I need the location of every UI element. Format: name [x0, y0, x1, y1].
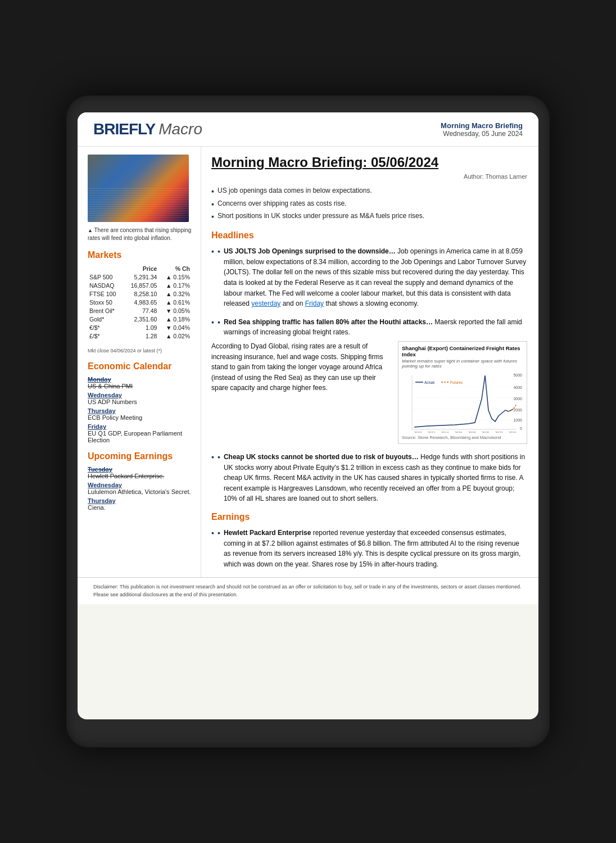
uk-bold: Cheap UK stocks cannot be shorted due to… — [224, 453, 419, 461]
market-row-name: Stoxx 50 — [88, 298, 124, 306]
market-table-row: FTSE 1008,258.10▲ 0.32% — [88, 289, 192, 298]
market-table-row: Gold*2,351.60▲ 0.18% — [88, 315, 192, 323]
freight-chart: Shanghai (Export) Containerized Freight … — [398, 341, 527, 444]
bullet-uk: ▪ — [218, 452, 220, 504]
calendar-event: EU Q1 GDP, European Parliament Election — [88, 430, 192, 443]
headline-redsea: ▪ Red Sea shipping traffic has fallen 80… — [211, 317, 527, 444]
markets-title: Markets — [88, 250, 192, 260]
market-row-price: 1.09 — [124, 323, 159, 332]
jolts-content: US JOLTS Job Openings surprised to the d… — [224, 246, 527, 309]
headline-jolts-text: ▪ US JOLTS Job Openings surprised to the… — [211, 246, 527, 309]
hpe-content: Hewlett Packard Enterprise reported reve… — [224, 528, 527, 569]
link-friday[interactable]: Friday — [305, 300, 324, 307]
market-row-name: NASDAQ — [88, 281, 124, 289]
upcoming-earnings: TuesdayHewlett Packard Enterprise.Wednes… — [88, 466, 192, 511]
market-table-row: Brent Oil*77.48▼ 0.05% — [88, 306, 192, 315]
calendar-event: ECB Policy Meeting — [88, 414, 192, 421]
col-name — [88, 265, 124, 273]
col-change: % Ch — [158, 265, 192, 273]
market-row-name: Brent Oil* — [88, 306, 124, 315]
redsea-bold: Red Sea shipping traffic has fallen 80% … — [224, 318, 433, 326]
hero-caption: There are concerns that rising shipping … — [88, 226, 192, 242]
market-row-price: 2,351.60 — [124, 315, 159, 323]
link-yesterday[interactable]: yesterday — [251, 300, 280, 307]
tablet-frame: BRIEFLYMacro Morning Macro Briefing Wedn… — [66, 96, 550, 747]
market-row-change: ▲ 0.18% — [158, 315, 192, 323]
article-title: Morning Macro Briefing: 05/06/2024 — [211, 155, 527, 171]
svg-text:2022: 2022 — [495, 431, 503, 433]
calendar-event: US ADP Numbers — [88, 398, 192, 405]
market-row-change: ▼ 0.05% — [158, 306, 192, 315]
calendar-day: Wednesday — [88, 392, 192, 398]
market-row-price: 16,857.05 — [124, 281, 159, 289]
header-right: Morning Macro Briefing Wednesday, 05 Jun… — [441, 121, 523, 138]
hero-image — [88, 155, 189, 222]
headline-jolts: ▪ US JOLTS Job Openings surprised to the… — [211, 246, 527, 309]
market-table-row: £/$*1.28▲ 0.02% — [88, 332, 192, 340]
uk-content: Cheap UK stocks cannot be shorted due to… — [224, 452, 527, 504]
logo-briefly: BRIEFLY — [93, 120, 155, 138]
earnings-company: Ciena. — [88, 504, 192, 511]
market-row-price: 77.48 — [124, 306, 159, 315]
freight-chart-svg: 5000 4000 3000 2000 1000 0 — [402, 371, 524, 433]
market-row-change: ▲ 0.15% — [158, 273, 192, 281]
disclaimer: Disclaimer: This publication is not inve… — [78, 577, 538, 604]
market-row-change: ▲ 0.32% — [158, 289, 192, 298]
upcoming-earnings-title: Upcoming Earnings — [88, 451, 192, 461]
svg-text:2000: 2000 — [513, 408, 522, 412]
headline-uk-stocks-text: ▪ Cheap UK stocks cannot be shorted due … — [211, 452, 527, 504]
markets-table: Price % Ch S&P 5005,291.34▲ 0.15%NASDAQ1… — [88, 265, 192, 340]
sidebar: There are concerns that rising shipping … — [78, 147, 201, 577]
earnings-day: Wednesday — [88, 482, 192, 488]
svg-text:2024: 2024 — [509, 431, 517, 433]
market-row-change: ▲ 0.02% — [158, 332, 192, 340]
logo-macro: Macro — [158, 120, 202, 138]
market-row-name: £/$* — [88, 332, 124, 340]
header-date: Wednesday, 05 June 2024 — [441, 130, 523, 138]
markets-note: Mkt close 04/06/2024 or latest (*) — [88, 348, 192, 353]
chart-box: Shanghai (Export) Containerized Freight … — [398, 341, 527, 444]
jolts-bold: US JOLTS Job Openings surprised to the d… — [224, 247, 396, 255]
market-row-price: 1.28 — [124, 332, 159, 340]
headline-uk-stocks: ▪ Cheap UK stocks cannot be shorted due … — [211, 452, 527, 504]
market-table-row: S&P 5005,291.34▲ 0.15% — [88, 273, 192, 281]
earnings-section: Earnings ▪ Hewlett Packard Enterprise re… — [211, 512, 527, 569]
svg-text:0: 0 — [520, 427, 522, 430]
earnings-company: Hewlett Packard Enterprise. — [88, 473, 192, 479]
svg-text:2010: 2010 — [414, 431, 422, 433]
redsea-chart-text: According to Dyad Global, rising rates a… — [211, 341, 391, 444]
redsea-chart-row: According to Dyad Global, rising rates a… — [211, 341, 527, 444]
svg-text:3000: 3000 — [513, 397, 522, 401]
earnings-company: Lululemon Athletica, Victoria's Secret. — [88, 488, 192, 495]
article-bullets: US job openings data comes in below expe… — [211, 187, 527, 221]
earnings-hpe: ▪ Hewlett Packard Enterprise reported re… — [211, 528, 527, 569]
bullet-hpe: ▪ — [218, 528, 220, 569]
earnings-day: Tuesday — [88, 466, 192, 473]
svg-text:2016: 2016 — [455, 431, 463, 433]
market-row-change: ▲ 0.17% — [158, 281, 192, 289]
main-content: There are concerns that rising shipping … — [78, 147, 538, 577]
market-row-price: 5,291.34 — [124, 273, 159, 281]
svg-text:1000: 1000 — [513, 418, 522, 422]
economic-calendar-title: Economic Calendar — [88, 361, 192, 371]
market-row-name: €/$* — [88, 323, 124, 332]
svg-text:2012: 2012 — [428, 431, 436, 433]
market-row-name: Gold* — [88, 315, 124, 323]
market-row-price: 4,983.65 — [124, 298, 159, 306]
header-title: Morning Macro Briefing — [441, 121, 523, 130]
economic-calendar: MondayUS & China PMIWednesdayUS ADP Numb… — [88, 376, 192, 443]
svg-text:Futures: Futures — [450, 380, 463, 384]
article-bullet: Short positions in UK stocks under press… — [211, 212, 527, 221]
market-row-name: FTSE 100 — [88, 289, 124, 298]
market-table-row: Stoxx 504,983.65▲ 0.61% — [88, 298, 192, 306]
hpe-bold: Hewlett Packard Enterprise — [224, 529, 311, 537]
disclaimer-text: Disclaimer: This publication is not inve… — [93, 584, 521, 597]
svg-text:2018: 2018 — [468, 431, 476, 433]
earnings-day: Thursday — [88, 497, 192, 504]
calendar-day: Friday — [88, 423, 192, 430]
article-bullet: US job openings data comes in below expe… — [211, 187, 527, 196]
market-row-change: ▲ 0.61% — [158, 298, 192, 306]
calendar-event: US & China PMI — [88, 383, 192, 389]
svg-text:4000: 4000 — [513, 386, 522, 389]
article-author: Author: Thomas Larner — [211, 173, 527, 180]
